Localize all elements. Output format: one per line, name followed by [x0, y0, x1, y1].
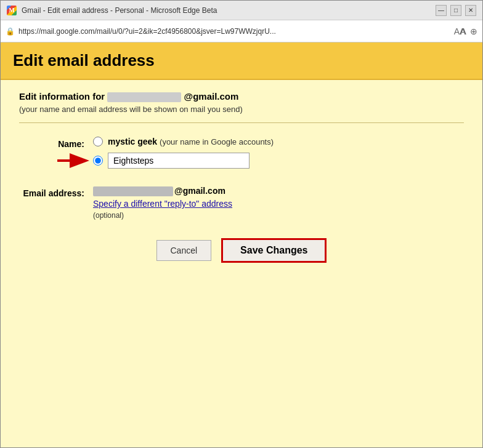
email-redacted-name — [107, 92, 181, 102]
dialog-title: Edit email address — [13, 51, 470, 70]
name-option1-radio[interactable] — [93, 137, 103, 146]
email-row: @gmail.com — [93, 186, 232, 196]
name-option2-row — [93, 153, 250, 169]
window-controls: — □ ✕ — [436, 5, 476, 16]
lock-icon: 🔒 — [6, 27, 15, 36]
name-option2-container — [93, 153, 274, 169]
name-input-field[interactable] — [108, 153, 250, 169]
email-label: Email address: — [19, 186, 93, 198]
red-arrow-icon — [56, 153, 90, 168]
title-bar: M Gmail - Edit email address - Personal … — [1, 1, 482, 20]
email-addr-display: @gmail.com — [93, 186, 225, 196]
name-option2-radio[interactable] — [93, 156, 103, 166]
edit-for-line: Edit information for @gmail.com — [19, 91, 464, 102]
name-option1-bold: mystic geek — [108, 137, 157, 146]
button-row: Cancel Save Changes — [19, 238, 464, 263]
name-option1-note: (your name in Google accounts) — [160, 137, 274, 146]
reply-to-link[interactable]: Specify a different "reply-to" address — [93, 199, 232, 209]
dialog-body: Edit information for @gmail.com (your na… — [1, 80, 482, 447]
minimize-button[interactable]: — — [436, 5, 447, 16]
window-title: Gmail - Edit email address - Personal - … — [22, 6, 217, 15]
optional-text: (optional) — [93, 211, 124, 220]
save-changes-button[interactable]: Save Changes — [221, 238, 327, 263]
read-aloud-icon[interactable]: A𝗔 — [454, 26, 466, 36]
cancel-button[interactable]: Cancel — [156, 240, 212, 261]
dialog-header: Edit email address — [1, 42, 482, 80]
name-form-row: Name: mystic geek (your name in Google a… — [19, 137, 464, 177]
info-section: Edit information for @gmail.com (your na… — [19, 91, 464, 123]
browser-window: M Gmail - Edit email address - Personal … — [0, 0, 483, 448]
email-display-section: @gmail.com Specify a different "reply-to… — [93, 186, 232, 220]
url-display[interactable]: https://mail.google.com/mail/u/0/?ui=2&i… — [18, 27, 450, 36]
close-button[interactable]: ✕ — [465, 5, 476, 16]
maximize-button[interactable]: □ — [450, 5, 461, 16]
email-suffix: @gmail.com — [174, 186, 225, 196]
edit-for-prefix: Edit information for — [19, 91, 105, 102]
name-label: Name: — [19, 137, 93, 149]
edit-for-suffix: @gmail.com — [184, 91, 239, 102]
name-option1-label: mystic geek (your name in Google account… — [108, 137, 274, 146]
name-option1-row: mystic geek (your name in Google account… — [93, 137, 274, 146]
title-bar-left: M Gmail - Edit email address - Personal … — [7, 6, 217, 15]
info-note: (your name and email address will be sho… — [19, 105, 464, 114]
zoom-icon[interactable]: ⊕ — [470, 26, 477, 36]
email-redacted-block — [93, 186, 173, 196]
address-bar: 🔒 https://mail.google.com/mail/u/0/?ui=2… — [1, 20, 482, 42]
name-options: mystic geek (your name in Google account… — [93, 137, 274, 177]
gmail-favicon: M — [7, 6, 17, 15]
email-form-row: Email address: @gmail.com Specify a diff… — [19, 186, 464, 220]
dialog-content: Edit email address Edit information for … — [1, 42, 482, 447]
